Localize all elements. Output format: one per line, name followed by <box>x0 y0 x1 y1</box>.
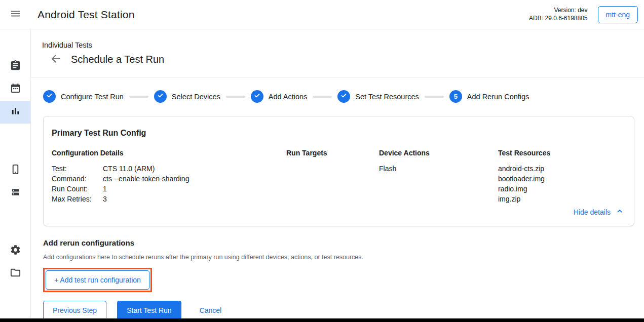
back-arrow-icon <box>50 53 62 66</box>
hide-details-label: Hide details <box>574 208 611 216</box>
sidebar-item-hosts[interactable] <box>0 182 30 205</box>
config-value: CTS 11.0 (ARM) <box>103 164 155 174</box>
user-account-button[interactable]: mtt-eng <box>598 6 638 23</box>
device-actions-column: Device Actions Flash <box>379 149 498 204</box>
step-label: Select Devices <box>172 93 220 101</box>
primary-test-run-config-card: Primary Test Run Config Configuration De… <box>43 116 634 226</box>
test-resource-item: radio.img <box>498 184 626 194</box>
bar-chart-icon <box>10 105 21 119</box>
sidebar-item-file-browser[interactable] <box>0 262 30 285</box>
test-resources-column: Test Resources android-cts.zip bootloade… <box>498 149 626 204</box>
step-connector <box>313 96 332 98</box>
column-header: Run Targets <box>286 149 379 157</box>
main-content: Individual Tests Schedule a Test Run <box>31 29 644 322</box>
column-header: Configuration Details <box>52 149 286 157</box>
app-header: Android Test Station Version: dev ADB: 2… <box>0 0 644 29</box>
card-title: Primary Test Run Config <box>52 129 626 138</box>
device-action-item: Flash <box>379 164 498 174</box>
previous-step-button[interactable]: Previous Step <box>43 301 106 320</box>
version-info: Version: dev ADB: 29.0.6-6198805 <box>529 7 587 22</box>
hamburger-icon <box>10 8 22 21</box>
config-value: 3 <box>103 194 107 204</box>
step-configure-test-run[interactable]: Configure Test Run <box>43 90 124 103</box>
configuration-details-column: Configuration Details Test: CTS 11.0 (AR… <box>52 149 286 204</box>
stepper: Configure Test Run Select Devices Add Ac… <box>43 90 644 103</box>
check-icon <box>340 92 348 101</box>
sidebar-item-devices[interactable] <box>0 159 30 182</box>
step-label: Add Actions <box>269 93 308 101</box>
config-row: Test: CTS 11.0 (ARM) <box>52 164 286 174</box>
page-title: Schedule a Test Run <box>71 54 164 65</box>
hamburger-menu-button[interactable] <box>0 0 31 29</box>
config-label: Run Count: <box>52 184 103 194</box>
smartphone-icon <box>10 164 21 177</box>
step-complete-circle <box>251 90 263 103</box>
config-label: Test: <box>52 164 103 174</box>
hide-details-link[interactable]: Hide details <box>574 207 624 217</box>
sidebar-item-test-runs[interactable] <box>0 101 30 124</box>
sidebar-item-schedule[interactable] <box>0 78 30 101</box>
app-title: Android Test Station <box>37 9 135 21</box>
sidebar-item-settings[interactable] <box>0 239 30 262</box>
config-value: 1 <box>103 184 107 194</box>
config-label: Max Retries: <box>52 194 103 204</box>
test-resource-item: img.zip <box>498 194 626 204</box>
page-head: Individual Tests Schedule a Test Run <box>31 29 644 77</box>
rerun-config-section: Add rerun configurations Add configurati… <box>43 238 644 292</box>
step-label: Set Test Resources <box>355 93 419 101</box>
nav-sidebar <box>0 29 31 322</box>
step-connector <box>226 96 245 98</box>
cancel-button[interactable]: Cancel <box>200 306 222 314</box>
test-resource-item: bootloader.img <box>498 174 626 184</box>
step-add-actions[interactable]: Add Actions <box>251 90 308 103</box>
sidebar-item-test-plans[interactable] <box>0 55 30 78</box>
step-select-devices[interactable]: Select Devices <box>154 90 220 103</box>
column-header: Device Actions <box>379 149 498 157</box>
check-icon <box>253 92 261 101</box>
step-current-circle: 5 <box>449 90 462 103</box>
add-test-run-configuration-button[interactable]: + Add test run configuration <box>46 270 149 290</box>
android-test-station-app: Android Test Station Version: dev ADB: 2… <box>0 0 644 322</box>
check-icon <box>157 92 164 101</box>
step-connector <box>425 96 444 98</box>
run-targets-column: Run Targets <box>286 149 379 204</box>
step-label: Add Rerun Configs <box>467 93 529 101</box>
step-add-rerun-configs[interactable]: 5 Add Rerun Configs <box>449 90 529 103</box>
config-row: Command: cts --enable-token-sharding <box>52 174 286 184</box>
step-number: 5 <box>454 93 458 100</box>
step-complete-circle <box>43 90 56 103</box>
test-resource-item: android-cts.zip <box>498 164 626 174</box>
config-row: Max Retries: 3 <box>52 194 286 204</box>
start-test-run-button[interactable]: Start Test Run <box>117 301 181 320</box>
back-button[interactable] <box>49 53 62 66</box>
step-connector <box>129 96 148 98</box>
step-set-test-resources[interactable]: Set Test Resources <box>337 90 419 103</box>
config-label: Command: <box>52 174 103 184</box>
storage-icon <box>10 186 21 200</box>
footer-actions: Previous Step Start Test Run Cancel <box>43 301 644 320</box>
adb-version-line: ADB: 29.0.6-6198805 <box>529 15 587 23</box>
chevron-up-icon <box>611 207 624 217</box>
step-complete-circle <box>337 90 350 103</box>
step-complete-circle <box>154 90 167 103</box>
red-highlight-box: + Add test run configuration <box>43 268 152 292</box>
step-label: Configure Test Run <box>61 93 124 101</box>
folder-icon <box>10 267 21 280</box>
calendar-icon <box>10 83 21 96</box>
config-row: Run Count: 1 <box>52 184 286 194</box>
version-line: Version: dev <box>529 7 587 15</box>
rerun-section-description: Add configurations here to schedule reru… <box>43 254 644 261</box>
rerun-section-title: Add rerun configurations <box>43 238 644 247</box>
column-header: Test Resources <box>498 149 626 157</box>
breadcrumb: Individual Tests <box>42 41 644 49</box>
check-icon <box>46 92 53 101</box>
config-value: cts --enable-token-sharding <box>103 174 189 184</box>
bottom-edge-bar <box>0 318 644 322</box>
settings-gear-icon <box>10 244 21 258</box>
clipboard-icon <box>10 60 21 73</box>
